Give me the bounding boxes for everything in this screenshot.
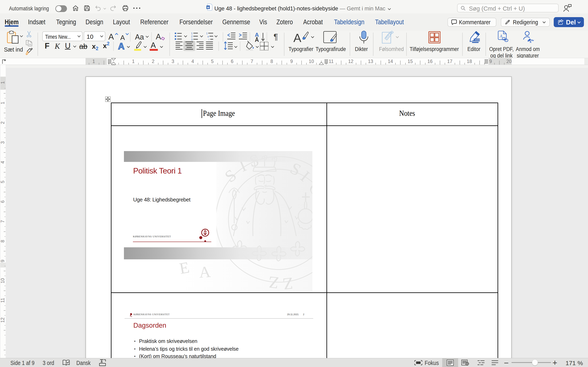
svg-text:W: W bbox=[207, 6, 209, 9]
svg-text:1: 1 bbox=[191, 32, 192, 35]
svg-text:x: x bbox=[530, 40, 531, 43]
svg-text:a: a bbox=[208, 35, 209, 38]
svg-text:2: 2 bbox=[191, 35, 192, 38]
svg-text:i: i bbox=[209, 38, 209, 41]
svg-text:A: A bbox=[499, 34, 502, 38]
svg-text:S: S bbox=[221, 166, 240, 186]
svg-text:Z: Z bbox=[282, 274, 294, 292]
svg-text:A: A bbox=[293, 31, 301, 44]
svg-text:1: 1 bbox=[206, 32, 208, 35]
svg-text:3: 3 bbox=[191, 38, 192, 41]
svg-text:Z: Z bbox=[268, 273, 279, 292]
